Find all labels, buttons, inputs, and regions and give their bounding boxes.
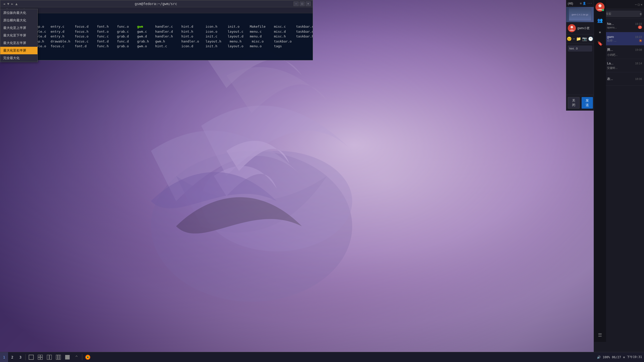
terminal-title: gsm@fedora:~/gwm/src (18, 2, 294, 6)
contact-gwm-time: 19:22 (635, 35, 642, 38)
top-user-name: gwm小更 (577, 26, 590, 30)
close-button[interactable]: ✕ (306, 2, 311, 6)
qq-close-btn[interactable]: ✕ (641, 3, 642, 6)
taskbar-icon-single[interactable] (27, 353, 36, 362)
svg-rect-22 (58, 355, 59, 359)
nav-down-btn[interactable]: ▼ (6, 1, 10, 6)
qq-contacts-icon[interactable]: 👥 (595, 15, 605, 25)
scissors-icon[interactable]: ✂ (573, 36, 575, 41)
chat-preview-titlebar: (46) ⊞ 👤 ··· (566, 0, 594, 7)
contact-gwm-header: gwm 19:22 (607, 35, 642, 39)
file-row-3: desktop.c drawable.d entry.h focus.o fun… (2, 34, 311, 39)
svg-rect-18 (41, 357, 43, 359)
taskbar-icon-grid[interactable] (36, 353, 45, 362)
volume-icon[interactable]: 🔊 (597, 355, 601, 359)
ctx-left-half[interactable]: 最大化至左半屏 (0, 39, 37, 47)
maximize-button[interactable]: □ (300, 2, 305, 6)
ctx-full-max[interactable]: 完全最大化 (0, 54, 37, 62)
contact-ne-footer: opens... 2 (607, 26, 642, 29)
emoji-icon[interactable]: 😊 (567, 36, 572, 41)
hint-text: hint . 0 (569, 47, 578, 50)
solid-icon (65, 355, 70, 360)
qq-menu-icon[interactable]: ☰ (595, 330, 605, 340)
contact-nong-header: 农... 18:06 (607, 77, 642, 81)
minimize-button[interactable]: — (294, 2, 299, 6)
contact-gwm-name: gwm (607, 35, 614, 39)
svg-rect-17 (38, 357, 40, 359)
taskbar-icon-caret[interactable]: ^ (72, 353, 81, 362)
svg-rect-21 (56, 355, 57, 359)
camera-icon[interactable]: 📷 (582, 36, 587, 41)
contact-teng-msg: 小鸡吧... (607, 53, 618, 56)
qq-minimize-btn[interactable]: — (635, 3, 637, 6)
contact-gwm-info: gwm 19:22 石仔: ... 🔕 (607, 35, 642, 42)
qq-restore-btn[interactable]: □ (638, 3, 640, 6)
qq-add-icon[interactable]: + (639, 12, 642, 16)
avatar-svg (568, 25, 575, 32)
svg-rect-14 (29, 355, 33, 359)
contact-la-info: La... 18:14 安徽蚌... (607, 61, 642, 70)
qq-bookmark-icon[interactable]: 🔖 (595, 38, 605, 48)
clock-icon[interactable]: 🕐 (588, 36, 593, 41)
workspace-2[interactable]: 2 (8, 352, 16, 362)
contact-teng-time: 19:08 (635, 48, 642, 51)
contact-ne-name: Ne... (607, 22, 614, 26)
svg-point-4 (571, 26, 573, 28)
preview-add-icon[interactable]: ⊞ (580, 2, 582, 5)
taskbar: 1 2 3 ^ (0, 352, 644, 362)
qq-self-avatar[interactable] (595, 3, 605, 12)
terminal-content[interactable]: $ cd gwm/src $ ls config.h desktop.o ent… (0, 13, 313, 60)
ctx-horizontal-max[interactable]: 原位横向最大化 (0, 17, 37, 24)
contact-ne-msg: opens... (607, 26, 617, 29)
contact-la-header: La... 18:14 (607, 61, 642, 65)
terminal-line-1: $ cd gwm/src (2, 14, 311, 19)
single-window-icon (29, 355, 34, 360)
chat-send-button[interactable]: 发送 (582, 97, 593, 109)
caret-symbol: ^ (75, 355, 78, 359)
context-menu[interactable]: 原位纵向最大化 原位横向最大化 最大化至上半屏 最大化至下半屏 最大化至左半屏 … (0, 9, 38, 62)
image-preview-area: gwm-2.4.1.tar.gz (566, 7, 594, 22)
contact-ne-info: Ne... 19:22 opens... 2 (607, 22, 642, 29)
svg-rect-24 (65, 355, 70, 359)
terminal-window[interactable]: ◄ ▼ ► ▲ gsm@fedora:~/gwm/src — □ ✕ 工具(T)… (0, 0, 313, 60)
svg-rect-16 (41, 355, 43, 357)
terminal-window-controls: — □ ✕ (294, 2, 311, 6)
file-row-2: config.o drawable.c entry.d focus.h font… (2, 29, 311, 34)
chat-message-bubble: hint . 0 (568, 46, 592, 52)
ctx-right-half[interactable]: 最大化至右半屏 (0, 47, 37, 54)
ctx-bottom-half[interactable]: 最大化至下半屏 (0, 32, 37, 39)
taskbar-firefox-icon[interactable] (83, 353, 92, 362)
nav-right-btn[interactable]: ► (11, 1, 14, 6)
chat-count: (46) (568, 2, 573, 5)
qq-search-input[interactable] (603, 11, 640, 17)
chat-button-area: 关闭 发送 (566, 95, 594, 111)
terminal-titlebar: ◄ ▼ ► ▲ gsm@fedora:~/gwm/src — □ ✕ (0, 0, 313, 7)
folder-icon[interactable]: 📁 (576, 36, 581, 41)
columns-icon (56, 355, 61, 360)
taskbar-sep-2 (82, 354, 82, 360)
firefox-svg (85, 354, 91, 360)
nav-up-btn[interactable]: ▲ (15, 1, 18, 6)
svg-rect-20 (50, 355, 52, 359)
nav-left-btn[interactable]: ◄ (2, 1, 6, 6)
preview-more-icon[interactable]: ··· (587, 2, 592, 5)
taskbar-icon-columns[interactable] (54, 353, 63, 362)
taskbar-icon-split[interactable] (45, 353, 54, 362)
terminal-line-2: $ ls (2, 19, 311, 24)
ctx-vertical-max[interactable]: 原位纵向最大化 (0, 9, 37, 17)
ctx-top-half[interactable]: 最大化至上半屏 (0, 24, 37, 32)
contact-nong-time: 18:06 (635, 77, 642, 80)
workspace-1[interactable]: 1 (0, 352, 8, 362)
qq-star-icon[interactable]: ★ (595, 27, 605, 37)
svg-rect-19 (47, 355, 49, 359)
contact-teng-info: 腾... 19:08 小鸡吧... (607, 48, 642, 57)
chat-preview-controls: ⊞ 👤 ··· (580, 2, 592, 5)
online-indicator (602, 9, 604, 11)
taskbar-icon-solid[interactable] (63, 353, 72, 362)
preview-user-icon[interactable]: 👤 (583, 2, 586, 5)
workspace-3[interactable]: 3 (16, 352, 24, 362)
chat-close-button[interactable]: 关闭 (568, 97, 580, 109)
taskbar-date: 06/27 (612, 355, 621, 359)
taskbar-sep-1 (25, 354, 26, 360)
contact-la-time: 18:14 (635, 62, 642, 65)
